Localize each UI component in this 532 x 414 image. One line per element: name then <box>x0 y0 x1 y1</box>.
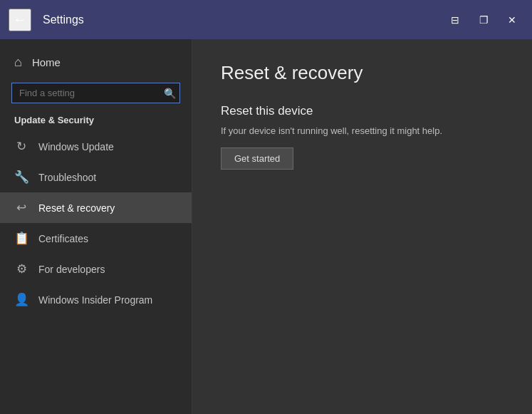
get-started-button[interactable]: Get started <box>221 148 293 170</box>
main-content: Reset & recovery Reset this device If yo… <box>192 39 532 414</box>
home-icon: ⌂ <box>14 55 22 70</box>
sidebar-item-troubleshoot[interactable]: 🔧 Troubleshoot <box>0 162 192 192</box>
sidebar-item-label: Certificates <box>38 233 88 244</box>
section-title: Reset this device <box>221 104 504 118</box>
troubleshoot-icon: 🔧 <box>14 170 28 185</box>
sidebar-item-windows-insider[interactable]: 👤 Windows Insider Program <box>0 284 192 315</box>
sidebar-item-home[interactable]: ⌂ Home <box>0 48 192 77</box>
sidebar-item-label: Troubleshoot <box>38 172 96 183</box>
sidebar-item-label: Reset & recovery <box>38 202 115 214</box>
reset-recovery-icon: ↩ <box>14 200 28 215</box>
certificates-icon: 📋 <box>14 231 28 246</box>
sidebar: ⌂ Home 🔍 Update & Security ↻ Windows Upd… <box>0 39 192 414</box>
search-icon[interactable]: 🔍 <box>164 88 176 99</box>
sidebar-item-for-developers[interactable]: ⚙ For developers <box>0 254 192 284</box>
home-label: Home <box>32 56 61 68</box>
for-developers-icon: ⚙ <box>14 262 28 276</box>
app-body: ⌂ Home 🔍 Update & Security ↻ Windows Upd… <box>0 39 532 414</box>
search-input[interactable] <box>11 83 180 103</box>
section-description: If your device isn't running well, reset… <box>221 125 504 136</box>
close-button[interactable]: ✕ <box>501 9 523 31</box>
window-controls: ⊟ ❐ ✕ <box>444 9 523 31</box>
windows-insider-icon: 👤 <box>14 292 28 307</box>
windows-update-icon: ↻ <box>14 139 28 154</box>
sidebar-section-label: Update & Security <box>0 110 192 131</box>
title-bar: ← Settings ⊟ ❐ ✕ <box>0 0 532 39</box>
sidebar-item-label: Windows Update <box>38 141 114 152</box>
sidebar-item-windows-update[interactable]: ↻ Windows Update <box>0 131 192 162</box>
sidebar-item-label: Windows Insider Program <box>38 294 152 306</box>
back-button[interactable]: ← <box>9 9 31 31</box>
restore-button[interactable]: ❐ <box>472 9 495 31</box>
search-container: 🔍 <box>11 83 180 103</box>
minimize-button[interactable]: ⊟ <box>444 9 466 31</box>
sidebar-item-certificates[interactable]: 📋 Certificates <box>0 223 192 254</box>
page-title: Reset & recovery <box>221 62 504 84</box>
app-title: Settings <box>43 14 432 26</box>
sidebar-item-reset-recovery[interactable]: ↩ Reset & recovery <box>0 192 192 223</box>
sidebar-item-label: For developers <box>38 264 105 275</box>
